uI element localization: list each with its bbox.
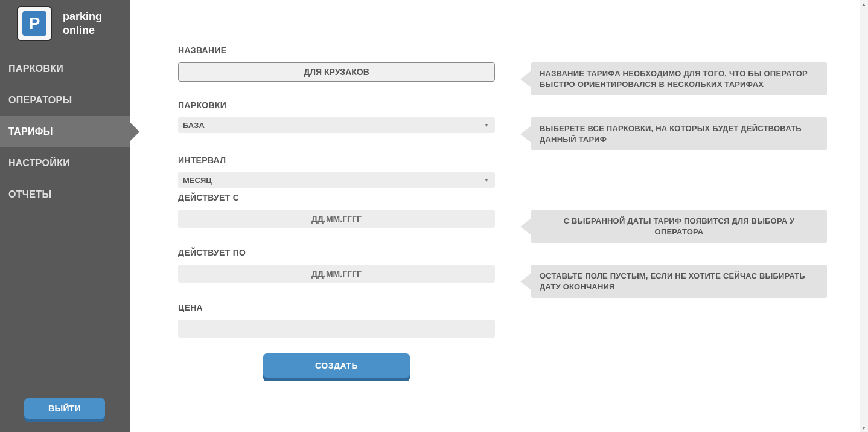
app-title: parking online	[63, 10, 102, 38]
valid-from-placeholder: ДД.ММ.ГГГГ	[311, 214, 362, 224]
name-input[interactable]	[178, 62, 495, 82]
price-label: ЦЕНА	[178, 303, 832, 312]
submit-wrap: СОЗДАТЬ	[178, 353, 495, 378]
logo-area: P parking online	[0, 0, 130, 53]
sidebar-item-settings[interactable]: НАСТРОЙКИ	[0, 147, 130, 179]
price-input[interactable]	[178, 320, 495, 338]
parkings-selected-value: БАЗА	[183, 121, 205, 130]
app-logo-icon: P	[17, 6, 52, 41]
name-label: НАЗВАНИЕ	[178, 45, 832, 55]
scroll-up-icon[interactable]: ▲	[860, 0, 868, 8]
valid-from-label: ДЕЙСТВУЕТ С	[178, 193, 832, 202]
parkings-select[interactable]: БАЗА	[178, 117, 495, 133]
sidebar-item-operators[interactable]: ОПЕРАТОРЫ	[0, 85, 130, 116]
valid-to-hint: ОСТАВЬТЕ ПОЛЕ ПУСТЫМ, ЕСЛИ НЕ ХОТИТЕ СЕЙ…	[531, 265, 827, 298]
sidebar-item-tariffs[interactable]: ТАРИФЫ	[0, 116, 130, 147]
interval-selected-value: МЕСЯЦ	[183, 176, 212, 185]
create-button[interactable]: СОЗДАТЬ	[263, 353, 410, 378]
app-title-line1: parking	[63, 10, 102, 24]
logo-letter: P	[22, 11, 46, 36]
valid-to-input[interactable]: ДД.ММ.ГГГГ	[178, 265, 495, 283]
parkings-hint: ВЫБЕРЕТЕ ВСЕ ПАРКОВКИ, НА КОТОРЫХ БУДЕТ …	[531, 117, 827, 150]
valid-from-hint: С ВЫБРАННОЙ ДАТЫ ТАРИФ ПОЯВИТСЯ ДЛЯ ВЫБО…	[531, 210, 827, 243]
vertical-scrollbar[interactable]: ▲ ▼	[860, 0, 868, 432]
logout-wrap: ВЫЙТИ	[0, 398, 130, 432]
name-hint: НАЗВАНИЕ ТАРИФА НЕОБХОДИМО ДЛЯ ТОГО, ЧТО…	[531, 62, 827, 95]
sidebar: P parking online ПАРКОВКИ ОПЕРАТОРЫ ТАРИ…	[0, 0, 130, 432]
logout-button[interactable]: ВЫЙТИ	[24, 398, 105, 419]
main-content: НАЗВАНИЕ НАЗВАНИЕ ТАРИФА НЕОБХОДИМО ДЛЯ …	[130, 0, 868, 432]
tariff-form: НАЗВАНИЕ НАЗВАНИЕ ТАРИФА НЕОБХОДИМО ДЛЯ …	[178, 45, 832, 378]
scroll-down-icon[interactable]: ▼	[860, 424, 868, 432]
valid-to-placeholder: ДД.ММ.ГГГГ	[311, 269, 362, 279]
sidebar-item-reports[interactable]: ОТЧЕТЫ	[0, 179, 130, 210]
app-title-line2: online	[63, 24, 102, 37]
sidebar-item-parkings[interactable]: ПАРКОВКИ	[0, 53, 130, 85]
sidebar-nav: ПАРКОВКИ ОПЕРАТОРЫ ТАРИФЫ НАСТРОЙКИ ОТЧЕ…	[0, 53, 130, 210]
interval-label: ИНТЕРВАЛ	[178, 155, 832, 165]
valid-from-input[interactable]: ДД.ММ.ГГГГ	[178, 210, 495, 228]
interval-select[interactable]: МЕСЯЦ	[178, 172, 495, 188]
valid-to-label: ДЕЙСТВУЕТ ПО	[178, 248, 832, 257]
parkings-label: ПАРКОВКИ	[178, 100, 832, 110]
